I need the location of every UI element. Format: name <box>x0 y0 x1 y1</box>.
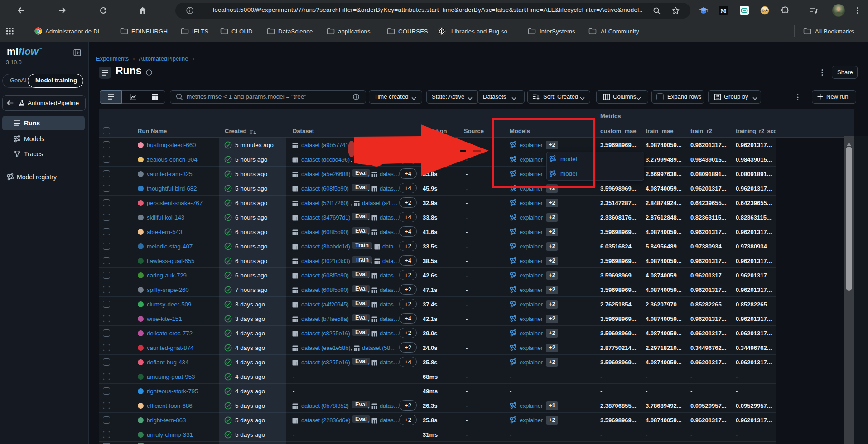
svg-text:M: M <box>721 7 726 14</box>
